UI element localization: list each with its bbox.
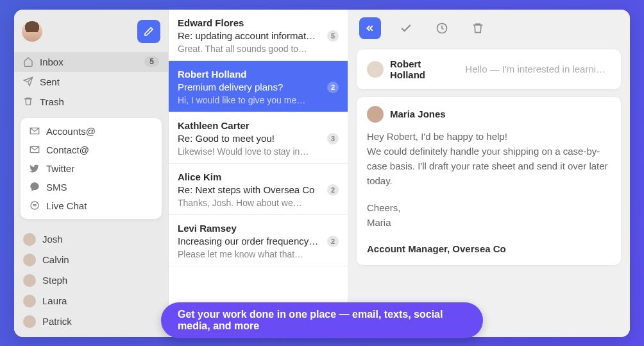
message-card: Maria Jones Hey Robert, I'd be happy to … (357, 97, 621, 266)
thread-header-card[interactable]: Robert Holland Hello — I'm interested in… (357, 49, 621, 89)
reply-all-icon (364, 22, 376, 34)
chat-icon (30, 182, 40, 192)
twitter-icon (30, 163, 40, 173)
app-window: Inbox 5 Sent Trash Accounts@ Contact@ Tw… (14, 10, 630, 337)
pencil-icon (144, 26, 154, 37)
mark-done-button[interactable] (395, 17, 417, 39)
delete-button[interactable] (467, 17, 489, 39)
channel-label: Contact@ (46, 144, 89, 155)
conv-subject: Re: Good to meet you! (178, 133, 322, 144)
conversation-item[interactable]: Robert Holland Premium delivery plans? 2… (169, 61, 348, 112)
trash-icon (23, 96, 33, 107)
avatar-icon (23, 295, 36, 307)
mail-icon (30, 144, 40, 155)
unread-count: 5 (144, 56, 159, 67)
thread-from: Robert Holland (390, 58, 459, 80)
conv-preview: Great. That all sounds good to… (178, 44, 339, 54)
teammate-laura[interactable]: Laura (14, 291, 168, 311)
avatar-icon (367, 106, 384, 123)
conv-count: 2 (327, 236, 339, 247)
cta-text: Get your work done in one place — email,… (178, 309, 443, 331)
avatar-icon (23, 233, 36, 246)
reply-all-button[interactable] (359, 17, 381, 39)
conv-sender: Levi Ramsey (178, 223, 339, 234)
livechat-icon (30, 200, 40, 211)
body-signature-title: Account Manager, Oversea Co (367, 241, 611, 256)
conv-sender: Edward Flores (178, 17, 339, 28)
trash-icon (471, 22, 484, 35)
clock-icon (436, 22, 448, 35)
avatar-icon (23, 315, 36, 328)
folder-label: Inbox (40, 56, 138, 67)
sidebar: Inbox 5 Sent Trash Accounts@ Contact@ Tw… (14, 10, 168, 337)
channels-card: Accounts@ Contact@ Twitter SMS Live Chat (21, 118, 162, 219)
body-name: Maria (367, 215, 611, 230)
conversation-item[interactable]: Alice Kim Re: Next steps with Oversea Co… (169, 164, 348, 215)
home-icon (23, 56, 33, 67)
folder-sent[interactable]: Sent (14, 72, 168, 92)
message-body: Hey Robert, I'd be happy to help! We cou… (367, 129, 611, 257)
sidebar-header (14, 16, 168, 52)
conversation-item[interactable]: Levi Ramsey Increasing our order frequen… (169, 215, 348, 266)
avatar-icon (23, 274, 36, 287)
conv-count: 2 (327, 184, 339, 196)
teammate-name: Laura (42, 295, 67, 306)
conv-preview: Please let me know what that… (178, 249, 339, 259)
avatar-icon (367, 61, 384, 78)
conv-subject: Re: Next steps with Oversea Co (178, 184, 322, 195)
cta-banner[interactable]: Get your work done in one place — email,… (161, 302, 483, 338)
teammate-josh[interactable]: Josh (14, 229, 168, 250)
conv-preview: Thanks, Josh. How about we… (178, 198, 339, 208)
conv-count: 5 (327, 30, 339, 42)
channel-label: Accounts@ (46, 126, 96, 137)
snooze-button[interactable] (431, 17, 453, 39)
reader-pane: Robert Holland Hello — I'm interested in… (348, 10, 630, 337)
body-signoff: Cheers, (367, 200, 611, 215)
conversation-item[interactable]: Kathleen Carter Re: Good to meet you! 3 … (169, 112, 348, 164)
conv-subject: Re: updating account informat… (178, 30, 322, 41)
teammates-list: Josh Calvin Steph Laura Patrick (14, 225, 168, 336)
channel-label: SMS (46, 182, 67, 193)
channel-accounts[interactable]: Accounts@ (21, 122, 162, 141)
conv-subject: Premium delivery plans? (178, 82, 322, 92)
conv-sender: Alice Kim (178, 171, 339, 182)
channel-sms[interactable]: SMS (21, 178, 162, 196)
channel-label: Live Chat (46, 200, 87, 211)
check-icon (400, 22, 412, 35)
conv-subject: Increasing our order frequency… (178, 236, 322, 247)
teammate-name: Josh (42, 234, 63, 245)
conv-sender: Robert Holland (178, 69, 339, 80)
conversation-item[interactable]: Edward Flores Re: updating account infor… (169, 10, 348, 61)
teammate-steph[interactable]: Steph (14, 270, 168, 291)
conv-preview: Hi, I would like to give you me… (178, 95, 339, 105)
thread-excerpt: Hello — I'm interested in learnin… (465, 64, 611, 74)
teammate-name: Calvin (42, 254, 69, 265)
message-from-row: Maria Jones (367, 106, 611, 123)
folder-inbox[interactable]: Inbox 5 (14, 52, 168, 72)
avatar-icon (23, 254, 36, 266)
sent-icon (23, 76, 33, 87)
conv-count: 3 (327, 133, 339, 144)
compose-button[interactable] (137, 20, 160, 43)
conversation-list[interactable]: Edward Flores Re: updating account infor… (168, 10, 348, 337)
message-author: Maria Jones (390, 108, 446, 119)
body-line: Hey Robert, I'd be happy to help! (367, 129, 611, 144)
teammate-name: Steph (42, 275, 67, 286)
teammate-calvin[interactable]: Calvin (14, 250, 168, 270)
teammate-patrick[interactable]: Patrick (14, 311, 168, 332)
channel-contact[interactable]: Contact@ (21, 141, 162, 159)
channel-livechat[interactable]: Live Chat (21, 196, 162, 215)
folder-label: Sent (40, 76, 159, 87)
folder-trash[interactable]: Trash (14, 92, 168, 112)
channel-label: Twitter (46, 163, 74, 174)
body-line: We could definitely handle your shipping… (367, 144, 611, 189)
folder-label: Trash (40, 96, 159, 107)
conv-preview: Likewise! Would love to stay in… (178, 146, 339, 157)
mail-icon (30, 126, 40, 136)
teammate-name: Patrick (42, 316, 72, 327)
conv-count: 2 (327, 82, 339, 93)
reader-toolbar (357, 17, 621, 42)
channel-twitter[interactable]: Twitter (21, 159, 162, 178)
conv-sender: Kathleen Carter (178, 120, 339, 131)
current-user-avatar[interactable] (22, 21, 42, 42)
